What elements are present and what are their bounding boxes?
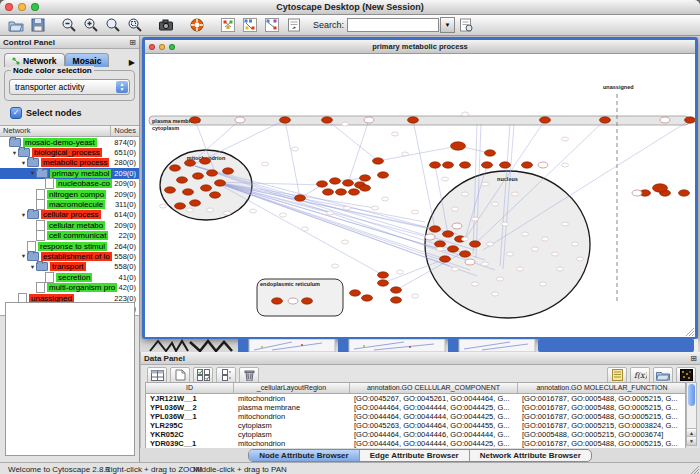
graph-node-small[interactable] — [577, 257, 584, 261]
graph-node-small[interactable] — [552, 252, 559, 256]
graph-node-small[interactable] — [280, 213, 287, 217]
tree-row[interactable]: response to stimul264(0) — [0, 241, 139, 251]
graph-node-small[interactable] — [482, 182, 489, 186]
graph-node-small[interactable] — [562, 163, 569, 167]
title-bar[interactable]: Cytoscape Desktop (New Session) — [0, 0, 700, 15]
graph-node[interactable] — [235, 117, 245, 123]
graph-node[interactable] — [485, 150, 496, 156]
graph-node-small[interactable] — [207, 208, 214, 212]
column-header[interactable]: annotation.GO CELLULAR_COMPONENT — [350, 383, 518, 393]
graph-node-small[interactable] — [452, 207, 459, 211]
graph-node[interactable] — [200, 158, 211, 164]
select-attributes-icon[interactable] — [193, 367, 213, 384]
graph-node[interactable] — [425, 234, 435, 240]
graph-node-small[interactable] — [522, 232, 529, 236]
layout-icon-1[interactable] — [239, 16, 261, 35]
graph-node[interactable] — [632, 190, 642, 196]
select-nodes-checkbox[interactable]: ✓ — [10, 107, 22, 119]
graph-node[interactable] — [183, 189, 194, 195]
graph-node-small[interactable] — [442, 177, 449, 181]
graph-node[interactable] — [170, 165, 181, 171]
scrollbar-thumb[interactable] — [688, 384, 695, 406]
annotation-icon[interactable] — [283, 16, 305, 35]
graph-node[interactable] — [349, 189, 360, 195]
table-row[interactable]: YPL036W__1mitochondrion[GO:0044464, GO:0… — [146, 412, 685, 421]
scroll-down-icon[interactable]: ▼ — [687, 436, 696, 445]
graph-node[interactable] — [207, 170, 218, 176]
tree-row[interactable]: multi-organism pro42(0) — [0, 282, 139, 292]
graph-node-small[interactable] — [437, 247, 444, 251]
zoom-fit-icon[interactable] — [102, 16, 124, 35]
graph-node-small[interactable] — [397, 270, 404, 274]
graph-node[interactable] — [373, 158, 384, 164]
tree-column-nodes[interactable]: Nodes — [111, 126, 139, 136]
tree-row[interactable]: mosaic-demo-yeast874(0) — [0, 137, 139, 147]
tree-row[interactable]: nitrogen compo209(0) — [0, 189, 139, 199]
graph-node-small[interactable] — [332, 264, 339, 268]
graph-node-small[interactable] — [292, 147, 299, 151]
graph-node[interactable] — [343, 180, 354, 186]
graph-node[interactable] — [210, 192, 221, 198]
graph-node[interactable] — [215, 180, 226, 186]
table-scrollbar[interactable]: ▲ ▼ — [686, 382, 697, 446]
table-row[interactable]: YLR295Ccytoplasm[GO:0045263, GO:0044464,… — [146, 421, 685, 430]
tab-network-attribute-browser[interactable]: Network Attribute Browser — [470, 450, 591, 461]
search-dropdown-icon[interactable]: ▼ — [440, 17, 455, 33]
graph-node[interactable] — [522, 162, 533, 168]
graph-node-small[interactable] — [224, 211, 231, 215]
graph-node-small[interactable] — [562, 137, 569, 141]
tree-row[interactable]: ▼transport558(0) — [0, 262, 139, 272]
graph-node-small[interactable] — [540, 282, 547, 286]
graph-node[interactable] — [540, 117, 551, 123]
graph-node-small[interactable] — [250, 209, 257, 213]
graph-node-small[interactable] — [482, 262, 489, 266]
float-data-panel-icon[interactable]: ⊞ — [690, 354, 697, 363]
graph-node-small[interactable] — [302, 227, 309, 231]
graph-node[interactable] — [600, 117, 611, 123]
graph-node[interactable] — [465, 259, 475, 265]
tree-row[interactable]: ▼establishment of lo558(0) — [0, 251, 139, 261]
snapshot-camera-icon[interactable] — [155, 16, 177, 35]
graph-node[interactable] — [378, 172, 389, 178]
graph-node[interactable] — [288, 298, 298, 304]
save-session-icon[interactable] — [27, 16, 49, 35]
graph-node[interactable] — [302, 298, 313, 304]
graph-node-small[interactable] — [532, 247, 539, 251]
graph-node[interactable] — [190, 117, 201, 123]
graph-node-small[interactable] — [462, 237, 469, 241]
notes-icon[interactable] — [607, 367, 627, 384]
tree-expander-icon[interactable]: ▼ — [20, 160, 27, 166]
graph-edge[interactable] — [327, 120, 378, 161]
graph-node[interactable] — [538, 162, 548, 168]
attribute-table-icon[interactable] — [147, 367, 167, 384]
tree-row[interactable]: cell communicat22(0) — [0, 231, 139, 241]
graph-node[interactable] — [193, 173, 204, 179]
tree-row[interactable]: secretion41(0) — [0, 272, 139, 282]
graph-node-small[interactable] — [262, 162, 269, 166]
graph-node[interactable] — [460, 162, 471, 168]
graph-node[interactable] — [460, 251, 471, 257]
tree-expander-icon[interactable]: ▼ — [20, 253, 27, 259]
node-color-dropdown[interactable]: transporter activity ▲▼ — [9, 79, 130, 95]
tree-column-network[interactable]: Network — [0, 126, 111, 136]
tree-expander-icon[interactable]: ▼ — [29, 170, 36, 176]
graph-node[interactable] — [190, 200, 201, 206]
graph-node-small[interactable] — [542, 237, 549, 241]
tree-row[interactable]: cellular metabo209(0) — [0, 220, 139, 230]
graph-node-small[interactable] — [402, 152, 409, 156]
float-panel-icon[interactable]: ⊞ — [129, 38, 136, 47]
matrix-icon[interactable] — [676, 367, 696, 384]
graph-node[interactable] — [440, 256, 451, 262]
tree-row[interactable]: ▼primary metabol209(0) — [0, 168, 139, 178]
tab-overflow-arrow-icon[interactable]: ▶ — [129, 58, 137, 67]
tab-network[interactable]: Network — [4, 53, 65, 67]
zoom-in-icon[interactable] — [80, 16, 102, 35]
graph-node[interactable] — [295, 195, 306, 201]
graph-node[interactable] — [350, 290, 361, 296]
graph-node-small[interactable] — [502, 222, 509, 226]
search-options-icon[interactable] — [455, 16, 477, 35]
network-window-titlebar[interactable]: primary metabolic process — [145, 40, 695, 54]
graph-node[interactable] — [470, 241, 481, 247]
window-resize-grip-icon[interactable] — [689, 464, 699, 474]
graph-node[interactable] — [435, 241, 446, 247]
